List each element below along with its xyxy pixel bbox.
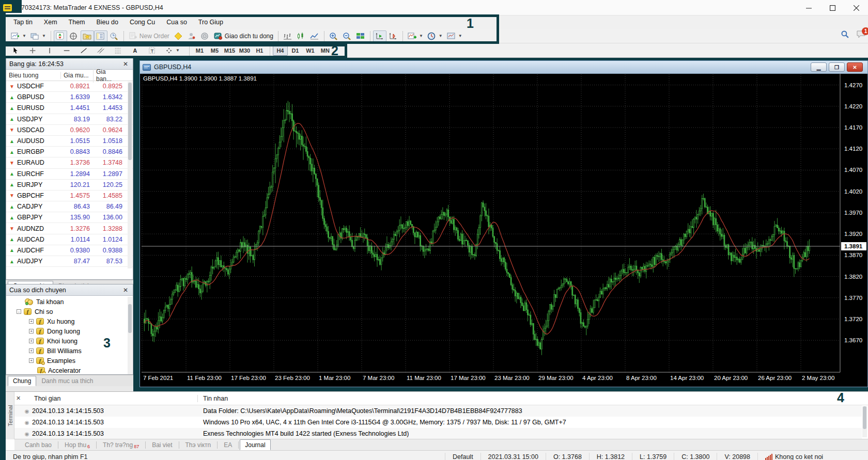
notifications-icon[interactable]: 1 xyxy=(857,30,866,38)
arrows-tool-button[interactable]: ▼ xyxy=(163,45,182,56)
market-watch-row[interactable]: ▲EURCHF1.28941.2897 xyxy=(6,169,133,180)
expand-icon[interactable]: + xyxy=(29,319,34,324)
navigator-item-bill-williams[interactable]: +fBill Williams xyxy=(6,346,133,356)
journal-log-row[interactable]: ◉2024.10.13 14:14:15.503Data Folder: C:\… xyxy=(14,405,862,417)
templates-button[interactable]: ▼ xyxy=(445,30,464,42)
market-watch-close-icon[interactable]: ✕ xyxy=(121,60,130,68)
chart-line-button[interactable] xyxy=(308,30,321,42)
cursor-tool-button[interactable] xyxy=(10,45,22,56)
column-bid[interactable]: Gia mu... xyxy=(60,72,93,79)
terminal-tab-hop-thu[interactable]: Hop thu6 xyxy=(59,439,95,450)
data-window-button[interactable] xyxy=(67,30,81,42)
hline-tool-button[interactable] xyxy=(61,45,73,56)
chart-minimize-button[interactable]: ▁ xyxy=(811,62,827,72)
journal-log-row[interactable]: ◉2024.10.13 14:14:15.503Windows 10 Pro x… xyxy=(14,417,862,428)
close-button[interactable] xyxy=(844,0,868,15)
periods-button[interactable]: ▼ xyxy=(425,30,445,42)
status-close[interactable]: C: 1.3800 xyxy=(674,453,717,460)
status-volume[interactable]: V: 20898 xyxy=(717,453,757,460)
chart-bars-button[interactable] xyxy=(281,30,295,42)
terminal-tab-th-vi-n[interactable]: Thэ viктn xyxy=(180,439,216,450)
tile-windows-button[interactable] xyxy=(354,30,367,42)
search-icon[interactable] xyxy=(841,30,849,39)
expand-icon[interactable]: + xyxy=(29,329,34,334)
navigator-item-chi-so[interactable]: -fChi so xyxy=(6,307,133,316)
candlestick-chart[interactable]: 1.42701.42201.41701.41201.40701.40201.39… xyxy=(140,74,867,387)
collapse-icon[interactable]: - xyxy=(17,309,21,314)
vline-tool-button[interactable] xyxy=(44,45,56,56)
market-watch-row[interactable]: ▲EURGBP0.88430.8846 xyxy=(6,147,133,157)
terminal-tab-ea[interactable]: EA xyxy=(219,439,237,450)
chart-shift-button[interactable] xyxy=(386,30,400,42)
tester-button[interactable] xyxy=(107,30,121,42)
menu-item-them[interactable]: Them xyxy=(63,17,91,28)
status-profile[interactable]: Default xyxy=(445,453,481,460)
column-symbol[interactable]: Bieu tuong xyxy=(6,72,60,79)
fibonacci-tool-button[interactable] xyxy=(112,45,125,56)
navigator-item-accelerator[interactable]: fAccelerator xyxy=(6,366,133,373)
tab-chung[interactable]: Chung xyxy=(8,376,36,386)
market-watch-row[interactable]: ▲GBPUSD1.63391.6342 xyxy=(6,92,133,103)
market-watch-row[interactable]: ▲AUDJPY87.4787.53 xyxy=(6,256,133,267)
market-watch-row[interactable]: ▲EURUSD1.44511.4453 xyxy=(6,103,133,114)
market-watch-row[interactable]: ▼GBPCHF1.45751.4585 xyxy=(6,191,133,201)
chart-window-title-bar[interactable]: GBPUSD,H4 ▁ ❐ ✕ xyxy=(140,61,867,74)
minimize-button[interactable] xyxy=(797,0,820,15)
connection-status[interactable]: Khong co ket noi xyxy=(757,453,830,460)
market-watch-row[interactable]: ▼USDCAD0.96200.9624 xyxy=(6,125,133,136)
expand-icon[interactable]: + xyxy=(29,348,34,353)
timeframe-mn[interactable]: MN xyxy=(318,45,333,56)
chart-area[interactable]: 1.42701.42201.41701.41201.40701.40201.39… xyxy=(140,74,867,387)
navigator-close-icon[interactable]: ✕ xyxy=(121,287,130,294)
chevron-down-icon[interactable]: ▼ xyxy=(176,48,180,53)
terminal-panel-button[interactable] xyxy=(94,30,107,42)
expand-icon[interactable]: + xyxy=(29,358,34,363)
terminal-tab-journal[interactable]: Journal xyxy=(240,439,270,450)
maximize-button[interactable] xyxy=(820,0,844,15)
market-watch-row[interactable]: ▲AUDCHF0.93800.9388 xyxy=(6,245,133,256)
auto-scroll-button[interactable] xyxy=(373,30,386,42)
status-bar-time[interactable]: 2021.03.31 15:00 xyxy=(481,453,546,460)
chart-restore-button[interactable]: ❐ xyxy=(829,62,845,72)
navigator-button[interactable] xyxy=(81,30,94,42)
chevron-down-icon[interactable]: ▼ xyxy=(458,34,462,38)
menu-item-cong-cu[interactable]: Cong Cu xyxy=(124,17,161,28)
market-watch-scrollbar[interactable] xyxy=(128,82,132,268)
menu-item-tap-tin[interactable]: Tap tin xyxy=(8,17,38,28)
text-tool-button[interactable]: A xyxy=(129,45,142,56)
menu-item-cua-so[interactable]: Cua so xyxy=(161,17,193,28)
terminal-scrollbar[interactable] xyxy=(862,406,867,437)
chart-close-button[interactable]: ✕ xyxy=(847,62,863,72)
chevron-down-icon[interactable]: ▼ xyxy=(42,34,46,38)
market-watch-row[interactable]: ▼USDCHF0.89210.8925 xyxy=(6,81,133,92)
trendline-tool-button[interactable] xyxy=(78,45,90,56)
chart-candles-button[interactable] xyxy=(295,30,308,42)
menu-item-xem[interactable]: Xem xyxy=(38,17,63,28)
timeframe-m15[interactable]: M15 xyxy=(222,45,237,56)
chevron-down-icon[interactable]: ▼ xyxy=(419,34,423,38)
timeframe-m30[interactable]: M30 xyxy=(237,45,252,56)
news-target-button[interactable] xyxy=(198,30,212,42)
timeframe-m5[interactable]: M5 xyxy=(207,45,222,56)
market-watch-row[interactable]: ▼EURAUD1.37361.3748 xyxy=(6,157,133,168)
new-order-button[interactable]: New Order xyxy=(127,30,172,42)
tab-danh-muc-ua-thich[interactable]: Danh muc ua thich xyxy=(36,376,98,386)
status-high[interactable]: H: 1.3812 xyxy=(589,453,632,460)
market-watch-row[interactable]: ▲EURJPY120.21120.25 xyxy=(6,180,133,191)
market-watch-row[interactable]: ▲AUDUSD1.05151.0518 xyxy=(6,136,133,147)
chevron-down-icon[interactable]: ▼ xyxy=(22,34,26,38)
channel-tool-button[interactable] xyxy=(95,45,107,56)
status-open[interactable]: O: 1.3768 xyxy=(546,453,589,460)
market-watch-row[interactable]: ▲USDJPY83.1983.22 xyxy=(6,114,133,125)
zoom-out-button[interactable] xyxy=(340,30,354,42)
indicators-button[interactable]: ▼ xyxy=(406,30,425,42)
metaeditor-button[interactable] xyxy=(172,30,185,42)
journal-log-row[interactable]: ◉2024.10.13 14:14:15.503Exness Technolog… xyxy=(14,428,862,439)
timeframe-w1[interactable]: W1 xyxy=(303,45,318,56)
timeframe-d1[interactable]: D1 xyxy=(288,45,303,56)
terminal-tab-th-tr-ng[interactable]: Th? trə?ng87 xyxy=(98,439,144,450)
navigator-item-tai-khoan[interactable]: Tai khoan xyxy=(6,297,133,307)
menu-item-tro-giup[interactable]: Tro Giup xyxy=(193,17,229,28)
status-low[interactable]: L: 1.3759 xyxy=(632,453,674,460)
market-watch-row[interactable]: ▼AUDNZD1.32761.3288 xyxy=(6,223,133,234)
